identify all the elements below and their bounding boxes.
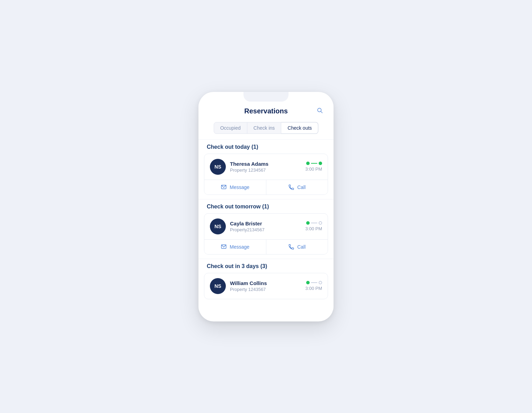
guest-details: Theresa Adams Property 1234567 bbox=[230, 161, 268, 173]
section-header-3days: Check out in 3 days (3) bbox=[198, 259, 334, 273]
phone-frame: Reservations Occupied Check ins Check ou… bbox=[198, 92, 334, 321]
guest-left-cayla: NS Cayla Brister Property2134567 bbox=[210, 218, 265, 234]
dot-start bbox=[306, 221, 310, 225]
guest-card-theresa: NS Theresa Adams Property 1234567 3:00 P… bbox=[204, 154, 328, 195]
tab-check-outs[interactable]: Check outs bbox=[281, 122, 318, 134]
guest-card-cayla: NS Cayla Brister Property2134567 3:00 PM bbox=[204, 213, 328, 255]
phone-icon bbox=[288, 184, 294, 190]
guest-name-cayla: Cayla Brister bbox=[230, 221, 265, 226]
status-indicator-william bbox=[306, 281, 322, 284]
tab-check-ins[interactable]: Check ins bbox=[247, 122, 281, 134]
page-title: Reservations bbox=[244, 107, 288, 115]
status-indicator-half bbox=[306, 221, 322, 225]
section-header-today: Check out today (1) bbox=[198, 139, 334, 154]
search-icon bbox=[317, 107, 323, 113]
guest-property-william: Property 1243567 bbox=[230, 287, 267, 292]
message-button[interactable]: Message bbox=[204, 180, 266, 195]
search-button[interactable] bbox=[314, 105, 325, 116]
guest-name: Theresa Adams bbox=[230, 161, 268, 167]
guest-property-cayla: Property2134567 bbox=[230, 227, 265, 232]
dot-start-william bbox=[306, 281, 310, 284]
guest-right: 3:00 PM bbox=[305, 162, 322, 172]
dot-filled-end bbox=[319, 162, 322, 165]
screen-content: Reservations Occupied Check ins Check ou… bbox=[198, 102, 334, 310]
guest-right-william: 3:00 PM bbox=[305, 281, 322, 291]
call-button[interactable]: Call bbox=[266, 180, 328, 195]
message-button-cayla[interactable]: Message bbox=[204, 240, 266, 254]
guest-left: NS Theresa Adams Property 1234567 bbox=[210, 159, 268, 175]
guest-details-william: William Collins Property 1243567 bbox=[230, 280, 267, 292]
checkout-time-cayla: 3:00 PM bbox=[305, 226, 322, 231]
line-gray bbox=[311, 223, 317, 223]
avatar-cayla: NS bbox=[210, 218, 226, 234]
avatar-william: NS bbox=[210, 278, 226, 294]
tab-occupied[interactable]: Occupied bbox=[214, 122, 247, 134]
message-icon-cayla bbox=[221, 244, 227, 250]
line-connector bbox=[311, 163, 317, 164]
guest-property: Property 1234567 bbox=[230, 167, 268, 173]
header: Reservations bbox=[198, 102, 334, 119]
dot-filled-start bbox=[306, 162, 310, 165]
action-buttons-cayla: Message Call bbox=[204, 239, 328, 254]
guest-info-row-william: NS William Collins Property 1243567 3:00… bbox=[204, 273, 328, 299]
dot-end-empty bbox=[319, 221, 322, 225]
call-button-cayla[interactable]: Call bbox=[266, 240, 328, 254]
message-icon bbox=[221, 184, 227, 190]
dot-end-empty-william bbox=[319, 281, 322, 284]
section-header-tomorrow: Check out tomorrow (1) bbox=[198, 199, 334, 213]
line-gray-william bbox=[311, 282, 317, 283]
guest-info-row: NS Theresa Adams Property 1234567 3:00 P… bbox=[204, 154, 328, 180]
svg-line-1 bbox=[321, 111, 322, 113]
tabs-container: Occupied Check ins Check outs bbox=[198, 119, 334, 139]
guest-card-william: NS William Collins Property 1243567 3:00… bbox=[204, 273, 328, 299]
checkout-time-william: 3:00 PM bbox=[305, 286, 322, 291]
phone-notch bbox=[243, 92, 289, 102]
guest-name-william: William Collins bbox=[230, 280, 267, 286]
guest-info-row-cayla: NS Cayla Brister Property2134567 3:00 PM bbox=[204, 214, 328, 239]
status-indicator-full bbox=[306, 162, 322, 165]
action-buttons: Message Call bbox=[204, 180, 328, 195]
guest-details-cayla: Cayla Brister Property2134567 bbox=[230, 221, 265, 232]
guest-right-cayla: 3:00 PM bbox=[305, 221, 322, 231]
checkout-time: 3:00 PM bbox=[305, 166, 322, 172]
avatar: NS bbox=[210, 159, 226, 175]
guest-left-william: NS William Collins Property 1243567 bbox=[210, 278, 267, 294]
phone-icon-cayla bbox=[288, 244, 294, 250]
